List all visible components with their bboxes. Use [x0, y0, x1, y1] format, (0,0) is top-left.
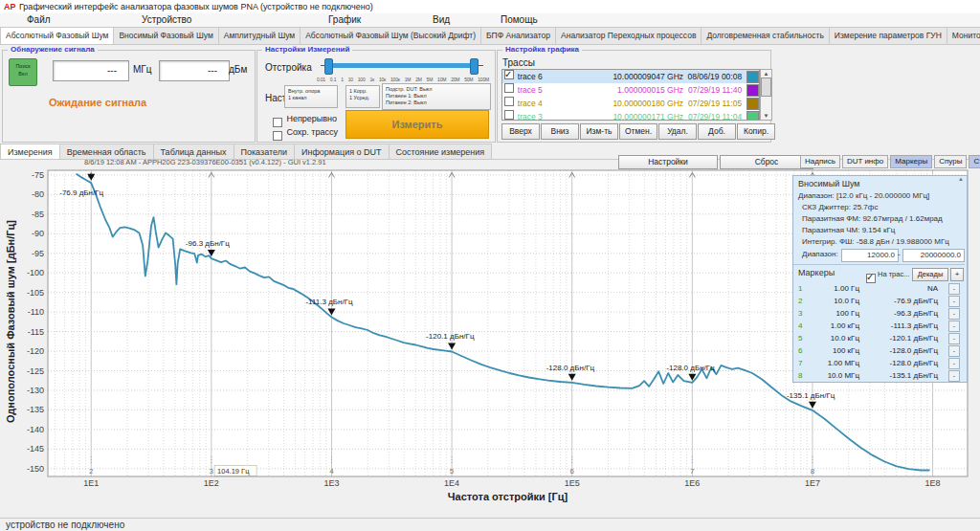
range-separator: -: [898, 250, 901, 258]
marker-index: 5: [794, 332, 810, 344]
marker-row[interactable]: 1 1.00 Гц NA -: [794, 282, 964, 295]
marker-row[interactable]: 6 100 кГц -128.0 дБн/Гц -: [794, 344, 964, 357]
marker-index: 2: [794, 295, 810, 307]
svg-text:1E2: 1E2: [204, 478, 219, 488]
svg-text:104.19 Гц: 104.19 Гц: [217, 467, 250, 476]
stats-fm-line: Паразитная ЧМ: 9.154 кГц: [802, 226, 895, 234]
marker-value: -135.1 дБн/Гц: [859, 369, 938, 382]
svg-text:-130: -130: [27, 386, 44, 395]
svg-text:1E3: 1E3: [323, 478, 339, 488]
panel-divider: [793, 264, 965, 265]
marker-frequency: 10.0 кГц: [810, 332, 859, 344]
svg-text:8: 8: [811, 467, 815, 476]
svg-text:-95: -95: [32, 249, 44, 258]
marker-row[interactable]: 5 10.0 кГц -120.1 дБн/Гц -: [794, 332, 964, 344]
svg-text:-120.1 дБн/Гц: -120.1 дБн/Гц: [426, 332, 475, 341]
svg-text:1E7: 1E7: [805, 478, 820, 488]
marker-index: 1: [794, 282, 810, 295]
marker-frequency: 1.00 кГц: [810, 320, 859, 332]
stats-title: Вносимый Шум: [798, 179, 860, 188]
panel-collapse-icon[interactable]: ▲: [958, 176, 964, 182]
marker-index: 3: [794, 307, 810, 320]
svg-text:4: 4: [329, 467, 334, 476]
svg-text:1E4: 1E4: [444, 478, 459, 488]
remove-marker-button[interactable]: -: [948, 345, 960, 357]
svg-text:-110: -110: [28, 307, 44, 317]
marker-frequency: 1.00 МГц: [810, 357, 859, 369]
svg-text:1E5: 1E5: [565, 478, 580, 488]
marker-row[interactable]: 4 1.00 кГц -111.3 дБн/Гц -: [794, 320, 964, 332]
stats-range-line: Диапазон: [12.0 кГц - 20.000000 МГц]: [798, 191, 929, 200]
svg-text:-85: -85: [32, 210, 44, 219]
marker-value: -128.0 дБн/Гц: [859, 344, 938, 357]
range-to-input[interactable]: 20000000.0: [902, 249, 965, 262]
marker-value: -111.3 дБн/Гц: [859, 320, 938, 332]
remove-marker-button[interactable]: -: [948, 358, 960, 369]
remove-marker-button[interactable]: -: [948, 308, 960, 320]
svg-text:6: 6: [569, 467, 574, 476]
marker-index: 8: [794, 369, 810, 382]
marker-value: -120.1 дБн/Гц: [859, 332, 938, 344]
svg-text:-120: -120: [27, 346, 44, 356]
svg-text:1E1: 1E1: [83, 478, 99, 488]
svg-text:7: 7: [690, 467, 695, 476]
svg-text:-96.3 дБн/Гц: -96.3 дБн/Гц: [186, 239, 230, 248]
marker-frequency: 10.0 МГц: [810, 369, 859, 382]
marker-value: -76.9 дБн/Гц: [859, 295, 938, 307]
svg-text:-135: -135: [27, 405, 44, 414]
remove-marker-button[interactable]: -: [948, 283, 960, 295]
svg-text:-140: -140: [27, 425, 44, 434]
y-axis-title: Однополосный Фазовый шум [дБн/Гц]: [5, 168, 20, 475]
marker-frequency: 100 Гц: [810, 307, 859, 320]
svg-text:-80: -80: [32, 189, 44, 199]
svg-text:-75: -75: [32, 170, 44, 180]
remove-marker-button[interactable]: -: [948, 296, 960, 307]
marker-value: -96.3 дБн/Гц: [859, 307, 938, 320]
svg-text:-76.9 дБн/Гц: -76.9 дБн/Гц: [59, 188, 103, 197]
remove-marker-button[interactable]: -: [948, 370, 960, 382]
svg-text:-128.0 дБн/Гц: -128.0 дБн/Гц: [666, 364, 715, 372]
stats-int-line: Интегрир. ФШ: -58.8 дБн / 19.988000 МГц: [802, 237, 949, 246]
svg-text:-145: -145: [27, 444, 44, 454]
svg-text:5: 5: [450, 467, 455, 476]
x-axis-title: Частота отстройки [Гц]: [48, 491, 968, 502]
marker-row[interactable]: 7 1.00 МГц -128.0 дБн/Гц -: [794, 357, 964, 369]
svg-text:1E6: 1E6: [684, 478, 700, 488]
svg-text:-100: -100: [27, 268, 44, 277]
range-from-input[interactable]: 12000.0: [841, 249, 899, 262]
chart-info-panel: ▲ Вносимый Шум Диапазон: [12.0 кГц - 20.…: [792, 175, 968, 383]
marker-index: 6: [794, 344, 810, 357]
marker-index: 4: [794, 320, 810, 332]
markers-header: Маркеры: [798, 268, 835, 277]
svg-text:-150: -150: [27, 464, 44, 474]
add-marker-button[interactable]: +: [950, 268, 964, 281]
stats-range-label: Диапазон:: [802, 250, 838, 258]
svg-text:-125: -125: [27, 366, 44, 376]
decades-button[interactable]: Декады: [912, 268, 948, 281]
svg-text:-115: -115: [28, 327, 44, 337]
marker-row[interactable]: 8 10.0 МГц -135.1 дБн/Гц -: [794, 369, 964, 382]
svg-text:2: 2: [89, 467, 94, 476]
stats-jitter-line: СКЗ Джиттер: 25.7фс: [802, 203, 878, 211]
marker-frequency: 10.0 Гц: [810, 295, 859, 307]
marker-frequency: 100 кГц: [810, 344, 859, 357]
remove-marker-button[interactable]: -: [948, 333, 960, 344]
stats-pm-line: Паразитная ФМ: 92.67мград / 1.62мрад: [802, 214, 943, 223]
status-bar-text: устройство не подключено: [6, 520, 124, 530]
svg-text:-135.1 дБн/Гц: -135.1 дБн/Гц: [787, 391, 835, 400]
markers-table: 1 1.00 Гц NA - 2 10.0 Гц -76.9 дБн/Гц - …: [794, 282, 964, 382]
svg-text:3: 3: [210, 467, 214, 476]
marker-row[interactable]: 3 100 Гц -96.3 дБн/Гц -: [794, 307, 964, 320]
marker-index: 7: [794, 357, 810, 369]
svg-text:-90: -90: [32, 229, 44, 238]
svg-text:1E8: 1E8: [925, 478, 941, 488]
svg-text:-128.0 дБн/Гц: -128.0 дБн/Гц: [546, 364, 595, 372]
marker-row[interactable]: 2 10.0 Гц -76.9 дБн/Гц -: [794, 295, 964, 307]
on-trace-label: На трас...: [878, 270, 909, 278]
marker-frequency: 1.00 Гц: [810, 282, 859, 295]
remove-marker-button[interactable]: -: [948, 321, 960, 332]
marker-value: -128.0 дБн/Гц: [859, 357, 938, 369]
marker-value: NA: [859, 282, 938, 295]
status-bar: устройство не подключено: [0, 518, 980, 531]
svg-text:-105: -105: [27, 288, 44, 298]
